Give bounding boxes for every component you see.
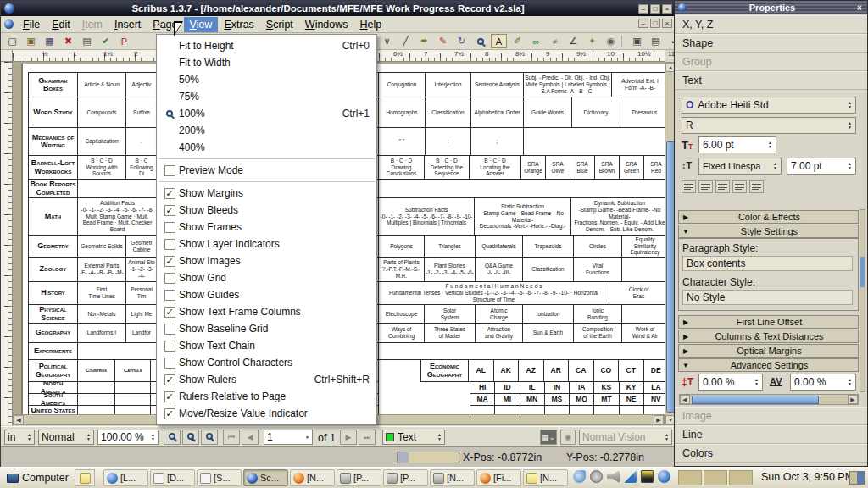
view-menu-item-rulers-relative-to-page[interactable]: ✓Rulers Relative to Page <box>157 388 376 405</box>
notes-launcher-button[interactable] <box>75 469 95 486</box>
preview-quality-icon[interactable]: ▦⌄ <box>540 430 557 445</box>
properties-v-scrollbar[interactable] <box>860 209 865 392</box>
menu-windows[interactable]: Windows <box>299 17 354 32</box>
properties-tab-x-y-z[interactable]: X, Y, Z <box>675 15 867 34</box>
taskbar-window-p[interactable]: [P... <box>383 469 428 486</box>
menu-extras[interactable]: Extras <box>218 17 259 32</box>
unit-select[interactable]: in ▲▼ <box>4 430 35 445</box>
eye-dropper-icon[interactable]: ◉ <box>603 34 619 48</box>
export-pdf-icon[interactable]: P <box>116 34 132 48</box>
font-style-select[interactable]: R ▲▼ <box>682 117 856 134</box>
properties-tab-shape[interactable]: Shape <box>675 34 867 53</box>
properties-title-bar[interactable]: Properties × <box>675 1 867 14</box>
view-menu-item-show-bleeds[interactable]: ✓Show Bleeds <box>157 202 376 219</box>
view-menu-item-show-control-characters[interactable]: Show Control Characters <box>157 354 376 371</box>
open-document-icon[interactable]: ▣ <box>23 34 39 48</box>
view-menu-item-show-margins[interactable]: ✓Show Margins <box>157 185 376 202</box>
align-justify-button[interactable] <box>732 180 747 193</box>
menu-file[interactable]: File <box>17 17 46 32</box>
properties-tab-line[interactable]: Line <box>675 425 867 444</box>
measurements-icon[interactable]: ∠ <box>565 34 581 48</box>
view-menu-item-50[interactable]: 50% <box>157 71 376 88</box>
zoom-level-spinner[interactable]: 100.00 % ▲▼ <box>97 430 159 445</box>
outline-icon[interactable]: ▤ <box>648 34 664 48</box>
ruler-origin-corner[interactable] <box>1 50 13 62</box>
menu-script[interactable]: Script <box>260 17 299 32</box>
insert-line-icon[interactable]: ╱ <box>398 34 414 48</box>
view-menu-item-200[interactable]: 200% <box>157 122 376 139</box>
scroll-left-icon[interactable]: ◀ <box>680 395 690 404</box>
line-spacing-mode-select[interactable]: Fixed Linespa ▲▼ <box>698 158 782 175</box>
taskbar-window-n[interactable]: [N... <box>523 469 568 486</box>
v-scroll-thumb[interactable] <box>860 257 865 287</box>
computer-menu-button[interactable]: Computer <box>2 469 74 486</box>
view-menu-item-75[interactable]: 75% <box>157 88 376 105</box>
taskbar-window-s[interactable]: [S... <box>197 469 242 486</box>
menu-insert[interactable]: Insert <box>108 17 147 32</box>
zoom-out-button[interactable]: − <box>164 430 181 445</box>
h-scroll-thumb[interactable] <box>692 396 819 404</box>
taskbar-window-n[interactable]: [N... <box>290 469 335 486</box>
align-center-button[interactable] <box>698 180 713 193</box>
taskbar-window-n[interactable]: [N... <box>430 469 475 486</box>
layer-select[interactable]: Text ▲▼ <box>382 430 445 445</box>
vertical-ruler[interactable] <box>1 62 13 425</box>
zoom-in-button[interactable]: + <box>201 430 218 445</box>
taskbar-window-l[interactable]: [L... <box>103 469 148 486</box>
taskbar-window-p[interactable]: [P... <box>337 469 381 486</box>
align-force-justify-button[interactable] <box>749 180 764 193</box>
tray-globe-icon[interactable] <box>658 470 670 483</box>
scroll-right-icon[interactable]: ▶ <box>654 415 664 424</box>
new-document-icon[interactable]: ▢ <box>4 34 20 48</box>
zoom-tool-icon[interactable] <box>472 34 488 48</box>
paragraph-style-select[interactable]: Box contents <box>682 256 853 271</box>
view-menu-item-show-baseline-grid[interactable]: Show Baseline Grid <box>157 320 376 337</box>
view-menu-item-fit-to-height[interactable]: Fit to HeightCtrl+0 <box>157 37 376 54</box>
scroll-left-icon[interactable]: ◀ <box>14 415 24 424</box>
view-menu-item-show-guides[interactable]: Show Guides <box>157 286 376 303</box>
close-document-icon[interactable]: ✖ <box>60 34 76 48</box>
align-right-button[interactable] <box>715 180 730 193</box>
expander-first-line-offset[interactable]: ▶ First Line Offset <box>678 315 859 329</box>
save-document-icon[interactable]: ▦ <box>42 34 58 48</box>
view-menu-item-fit-to-width[interactable]: Fit to Width <box>157 54 376 71</box>
view-menu-item-show-rulers[interactable]: ✓Show RulersCtrl+Shift+R <box>157 371 376 388</box>
rotate-item-icon[interactable]: ↻ <box>453 34 470 48</box>
tracking-spinner[interactable]: 0.00 % ▲▼ <box>698 374 763 391</box>
next-page-button[interactable]: ▶ <box>340 430 357 445</box>
view-menu-item-show-grid[interactable]: Show Grid <box>157 269 376 286</box>
previous-page-button[interactable]: ◀ <box>242 430 259 445</box>
copy-properties-icon[interactable]: ✦ <box>584 34 600 48</box>
view-menu-item-preview-mode[interactable]: Preview Mode <box>157 162 376 179</box>
tray-media-icon[interactable] <box>590 470 603 483</box>
view-menu-item-show-layer-indicators[interactable]: Show Layer Indicators <box>157 236 376 252</box>
menu-help[interactable]: Help <box>354 17 388 32</box>
expander-style-settings[interactable]: ▼ Style Settings <box>678 225 859 238</box>
properties-tab-text[interactable]: Text <box>675 71 867 90</box>
expander-optical-margins[interactable]: ▶ Optical Margins <box>678 344 859 358</box>
insert-freehand-icon[interactable]: ✎ <box>435 34 451 48</box>
expander-color-effects[interactable]: ▶ Color & Effects <box>678 210 859 224</box>
font-size-spinner[interactable]: 6.00 pt ▲▼ <box>698 136 776 153</box>
taskbar-window-d[interactable]: [D... <box>150 469 195 486</box>
menu-view[interactable]: View <box>184 17 219 32</box>
character-style-select[interactable]: No Style <box>682 290 853 305</box>
properties-h-scrollbar[interactable]: ◀ ▶ <box>679 394 859 405</box>
mdi-restore-icon[interactable]: □ <box>650 19 660 28</box>
view-menu-item-100[interactable]: 100%Ctrl+1 <box>157 105 376 122</box>
menu-edit[interactable]: Edit <box>46 17 76 32</box>
tray-signal-icon[interactable] <box>624 470 637 483</box>
view-menu-item-show-text-chain[interactable]: Show Text Chain <box>157 337 376 354</box>
scroll-right-icon[interactable]: ▶ <box>848 395 858 404</box>
story-editor-icon[interactable]: ✐ <box>509 34 526 48</box>
mdi-minimize-icon[interactable]: – <box>638 19 648 28</box>
align-left-button[interactable] <box>682 180 696 193</box>
print-document-icon[interactable]: ▤ <box>79 34 95 48</box>
tray-bird-icon[interactable] <box>573 470 586 483</box>
page-number-select[interactable]: 1 ▼ <box>264 430 313 445</box>
first-page-button[interactable]: ⏮ <box>223 430 240 445</box>
vision-eye-icon[interactable]: ◉ <box>560 430 576 445</box>
mdi-close-icon[interactable]: × <box>662 19 672 28</box>
font-family-select[interactable]: O Adobe Heiti Std ▲▼ <box>682 97 856 114</box>
last-page-button[interactable]: ⏭ <box>359 430 376 445</box>
